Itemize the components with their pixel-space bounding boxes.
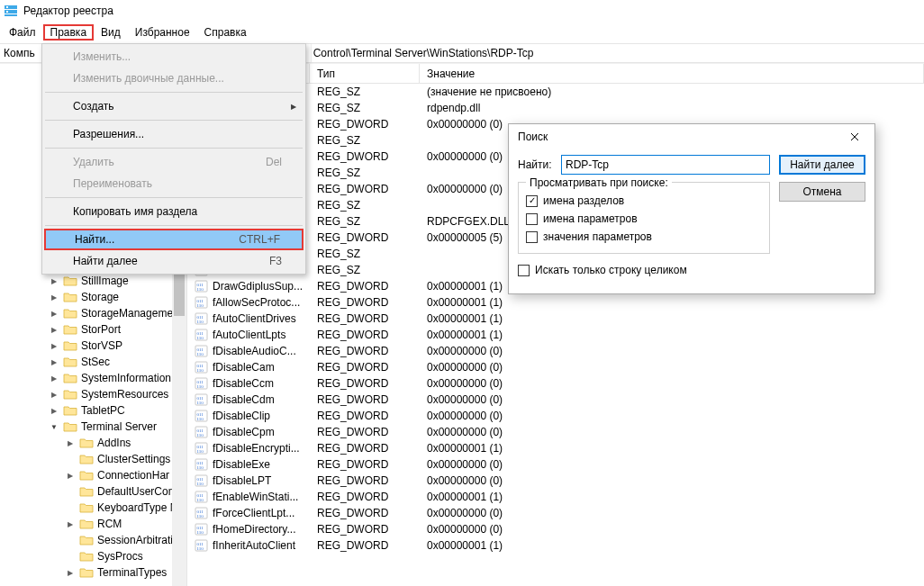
list-row[interactable]: 011110fAutoClientDrivesREG_DWORD0x000000… <box>187 311 924 327</box>
list-row[interactable]: 011110fHomeDirectory...REG_DWORD0x000000… <box>187 521 924 537</box>
tree-node[interactable]: StSec <box>7 354 186 370</box>
list-row[interactable]: 011110fDisableExeREG_DWORD0x00000000 (0) <box>187 456 924 473</box>
tree-node[interactable]: Terminal Server <box>7 419 186 435</box>
menu-file[interactable]: Файл <box>2 24 43 41</box>
expand-icon[interactable] <box>49 407 59 415</box>
find-input[interactable] <box>561 155 770 175</box>
tree-node[interactable]: AddIns <box>7 435 186 451</box>
list-row[interactable]: 011110fForceClientLpt...REG_DWORD0x00000… <box>187 505 924 521</box>
tree-node[interactable]: SystemInformation <box>7 370 186 386</box>
value-data: 0x00000001 (1) <box>420 329 924 341</box>
tree-node[interactable]: SystemResources <box>7 386 186 402</box>
value-name: fForceClientLpt... <box>213 507 294 519</box>
menu-edit[interactable]: Правка <box>43 24 95 41</box>
tree-node[interactable]: ConnectionHar <box>7 467 186 483</box>
checkbox-icon[interactable] <box>526 213 538 225</box>
value-data: 0x00000000 (0) <box>420 410 924 422</box>
chk-whole-row[interactable]: Искать только строку целиком <box>518 261 770 279</box>
menu-find-next[interactable]: Найти далееF3 <box>44 250 303 272</box>
expand-icon[interactable] <box>49 310 59 318</box>
folder-icon <box>79 550 94 563</box>
tree-label: ClusterSettings <box>97 453 170 465</box>
menu-rename[interactable]: Переименовать <box>44 173 303 194</box>
value-data: 0x00000000 (0) <box>420 474 924 487</box>
checkbox-icon[interactable] <box>526 231 538 243</box>
list-row[interactable]: 011110fDisableCdmREG_DWORD0x00000000 (0) <box>187 392 924 408</box>
folder-icon <box>63 275 77 287</box>
tree-node[interactable]: StorageManageme <box>7 305 186 321</box>
tree[interactable]: SrpExtensionConfiStillImageStorageStorag… <box>0 253 186 584</box>
expand-icon[interactable] <box>49 358 59 366</box>
list-row[interactable]: 011110fDisableCcmREG_DWORD0x00000000 (0) <box>187 375 924 392</box>
tree-node[interactable]: StorPort <box>7 321 186 338</box>
expand-icon[interactable] <box>65 569 76 577</box>
list-row[interactable]: 011110fDisableCamREG_DWORD0x00000000 (0) <box>187 359 924 375</box>
menu-permissions[interactable]: Разрешения... <box>44 123 303 145</box>
close-icon[interactable] <box>842 128 867 146</box>
cancel-button[interactable]: Отмена <box>779 182 865 202</box>
find-next-button[interactable]: Найти далее <box>779 155 865 175</box>
value-name: fAllowSecProtoc... <box>213 296 300 309</box>
tree-label: KeyboardType N <box>97 501 177 514</box>
chk-data-row[interactable]: значения параметров <box>526 228 762 246</box>
col-type[interactable]: Тип <box>310 64 420 83</box>
list-row[interactable]: 011110fDisableAudioC...REG_DWORD0x000000… <box>187 343 924 359</box>
menu-find[interactable]: Найти...CTRL+F <box>44 229 303 250</box>
value-type: REG_SZ <box>310 215 420 228</box>
tree-node[interactable]: StillImage <box>7 273 186 289</box>
list-row[interactable]: 011110fEnableWinStati...REG_DWORD0x00000… <box>187 489 924 505</box>
list-row[interactable]: 011110fDisableClipREG_DWORD0x00000000 (0… <box>187 408 924 424</box>
value-type: REG_DWORD <box>310 539 420 552</box>
list-row[interactable]: 011110fDisableEncrypti...REG_DWORD0x0000… <box>187 440 924 456</box>
checkbox-icon[interactable] <box>518 265 530 276</box>
expand-icon[interactable] <box>49 423 59 431</box>
svg-text:110: 110 <box>197 303 204 308</box>
tree-node[interactable]: ClusterSettings <box>7 451 186 467</box>
value-type: REG_SZ <box>310 86 420 98</box>
expand-icon[interactable] <box>65 439 76 447</box>
dialog-titlebar[interactable]: Поиск <box>509 124 874 149</box>
checkbox-icon[interactable]: ✓ <box>526 195 538 207</box>
expand-icon[interactable] <box>65 520 76 528</box>
svg-text:110: 110 <box>197 482 204 486</box>
menu-delete[interactable]: УдалитьDel <box>44 151 303 173</box>
menu-favorites[interactable]: Избранное <box>128 24 197 41</box>
menu-new[interactable]: Создать <box>44 95 303 117</box>
expand-icon[interactable] <box>49 391 59 399</box>
list-row[interactable]: 011110fAutoClientLptsREG_DWORD0x00000001… <box>187 327 924 343</box>
expand-icon[interactable] <box>49 374 59 383</box>
value-type: REG_DWORD <box>310 231 420 244</box>
tree-node[interactable]: TabletPC <box>7 402 186 419</box>
expand-icon[interactable] <box>49 277 59 285</box>
col-data[interactable]: Значение <box>420 64 924 83</box>
tree-node[interactable]: TerminalTypes <box>7 564 186 581</box>
list-row[interactable]: 011110fInheritAutoClientREG_DWORD0x00000… <box>187 537 924 554</box>
tree-node[interactable]: KeyboardType N <box>7 500 186 516</box>
address-label: Компь <box>0 47 39 59</box>
menu-modify[interactable]: Изменить... <box>44 46 303 68</box>
list-row[interactable]: 011110fDisableLPTREG_DWORD0x00000000 (0) <box>187 473 924 489</box>
expand-icon[interactable] <box>65 472 76 480</box>
list-row[interactable]: 011110fDisableCpmREG_DWORD0x00000000 (0) <box>187 424 924 440</box>
value-data: 0x00000000 (0) <box>420 345 924 357</box>
folder-icon <box>63 388 77 401</box>
tree-node[interactable]: RCM <box>7 516 186 532</box>
tree-node[interactable]: Storage <box>7 289 186 305</box>
list-row[interactable]: 011110fAllowSecProtoc...REG_DWORD0x00000… <box>187 294 924 311</box>
expand-icon[interactable] <box>49 293 59 302</box>
value-name: fAutoClientLpts <box>213 329 285 341</box>
tree-node[interactable]: SessionArbitrati <box>7 532 186 548</box>
tree-node[interactable]: DefaultUserCon <box>7 483 186 500</box>
expand-icon[interactable] <box>49 326 59 334</box>
chk-values-row[interactable]: имена параметров <box>526 210 762 228</box>
expand-icon[interactable] <box>49 342 59 350</box>
svg-text:110: 110 <box>197 530 204 535</box>
menu-help[interactable]: Справка <box>197 24 254 41</box>
menu-modify-binary[interactable]: Изменить двоичные данные... <box>44 68 303 89</box>
svg-text:110: 110 <box>197 401 204 405</box>
tree-node[interactable]: SysProcs <box>7 548 186 564</box>
chk-keys-row[interactable]: ✓ имена разделов <box>526 192 762 210</box>
menu-copy-key-name[interactable]: Копировать имя раздела <box>44 201 303 222</box>
tree-node[interactable]: StorVSP <box>7 338 186 354</box>
menu-view[interactable]: Вид <box>94 24 128 41</box>
